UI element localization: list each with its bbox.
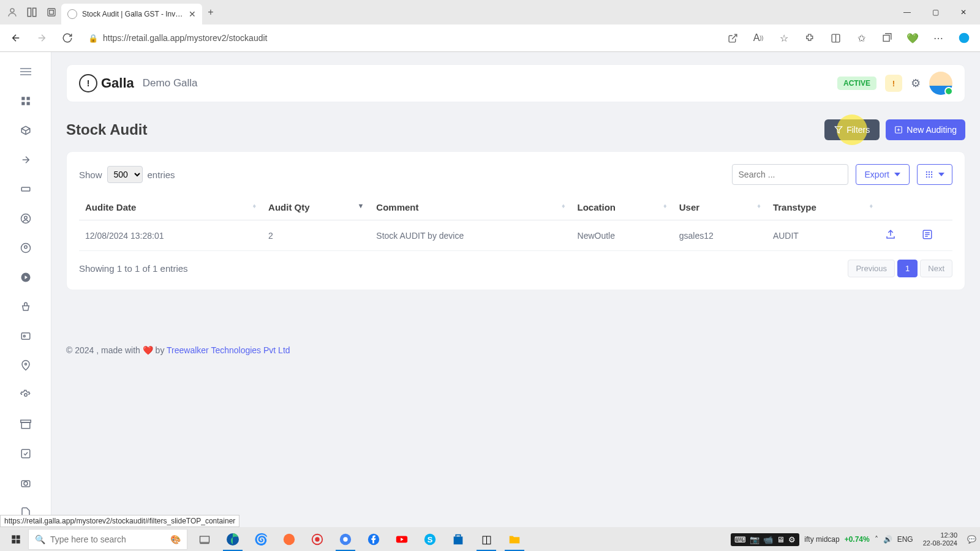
- collections-icon[interactable]: [876, 27, 898, 49]
- footer-link[interactable]: Treewalker Technologies Pvt Ltd: [167, 345, 290, 355]
- pagination-next[interactable]: Next: [920, 260, 952, 277]
- new-auditing-button[interactable]: New Auditing: [886, 119, 965, 140]
- filters-label: Filters: [846, 125, 870, 135]
- entries-select[interactable]: 500: [107, 166, 143, 183]
- settings-icon[interactable]: [18, 388, 33, 402]
- view-options-button[interactable]: [917, 164, 952, 185]
- window-maximize-button[interactable]: ▢: [921, 2, 949, 22]
- camera-tray-icon: 📷: [750, 535, 760, 544]
- split-screen-icon[interactable]: [824, 27, 846, 49]
- pagination-page-1[interactable]: 1: [897, 260, 918, 277]
- profile-icon[interactable]: [2, 2, 22, 22]
- logo[interactable]: ! Galla: [79, 74, 134, 92]
- open-external-icon[interactable]: [722, 27, 744, 49]
- copilot-icon[interactable]: [953, 27, 975, 49]
- favorites-bar-icon[interactable]: ✩: [850, 27, 872, 49]
- cell-transtype: AUDIT: [767, 220, 879, 251]
- url-field[interactable]: 🔒 https://retail.galla.app/mystorev2/sto…: [82, 28, 718, 48]
- svg-point-30: [929, 171, 930, 173]
- user-icon[interactable]: [18, 241, 33, 255]
- window-minimize-button[interactable]: —: [893, 2, 921, 22]
- browser-tab[interactable]: Stock Audit | Galla GST - Invento ✕: [61, 4, 202, 24]
- gear-icon[interactable]: ⚙: [911, 77, 921, 90]
- col-date[interactable]: Audite Date♦: [79, 195, 262, 220]
- edge-icon[interactable]: [221, 527, 245, 551]
- read-aloud-icon[interactable]: A)): [747, 27, 769, 49]
- ticker-label[interactable]: ifty midcap: [804, 535, 839, 544]
- svg-point-49: [284, 534, 295, 545]
- clock-date: 22-08-2024: [923, 539, 957, 547]
- contact-icon[interactable]: [18, 329, 33, 343]
- col-user[interactable]: User♦: [673, 195, 767, 220]
- export-row-button[interactable]: [879, 220, 916, 251]
- more-icon[interactable]: ⋯: [927, 27, 949, 49]
- logo-mark-icon: !: [79, 74, 97, 92]
- tray-chevron-icon[interactable]: ˄: [875, 535, 878, 544]
- play-circle-icon[interactable]: [18, 270, 33, 285]
- cell-location: NewOutle: [571, 220, 673, 251]
- svg-rect-7: [883, 35, 889, 41]
- volume-icon[interactable]: 🔊: [883, 535, 892, 544]
- col-transtype[interactable]: Transtype♦: [767, 195, 879, 220]
- browser-title-bar: Stock Audit | Galla GST - Invento ✕ + — …: [0, 0, 980, 24]
- nav-reload-button[interactable]: [56, 27, 78, 49]
- tab-actions-icon[interactable]: [42, 2, 61, 22]
- facebook-icon[interactable]: [361, 527, 386, 551]
- start-button[interactable]: [4, 527, 28, 551]
- copilot-app-icon[interactable]: 🌀: [249, 527, 273, 551]
- location-icon[interactable]: [18, 358, 33, 373]
- app-icon[interactable]: ◫: [474, 527, 499, 551]
- filters-button[interactable]: Filters: [824, 119, 880, 140]
- camera-icon[interactable]: [18, 476, 33, 490]
- ticket-icon[interactable]: [18, 182, 33, 197]
- store-icon[interactable]: [446, 527, 470, 551]
- extensions-icon[interactable]: [799, 27, 821, 49]
- checkbox-icon[interactable]: [18, 446, 33, 461]
- extension-heart-icon[interactable]: 💚: [902, 27, 924, 49]
- explorer-icon[interactable]: [502, 527, 527, 551]
- notifications-icon[interactable]: 💬: [967, 535, 976, 544]
- avatar[interactable]: [929, 72, 952, 95]
- ticker-value[interactable]: +0.74%: [845, 535, 870, 544]
- clock[interactable]: 12:30 22-08-2024: [918, 531, 962, 547]
- skype-icon[interactable]: S: [418, 527, 442, 551]
- record-icon[interactable]: [305, 527, 330, 551]
- col-comment[interactable]: Comment♦: [370, 195, 571, 220]
- sidebar: [0, 52, 51, 527]
- tab-close-icon[interactable]: ✕: [189, 9, 196, 19]
- dashboard-icon[interactable]: [18, 94, 33, 108]
- taskbar-search[interactable]: 🔍 Type here to search 🎨: [28, 529, 187, 550]
- pagination-prev[interactable]: Previous: [848, 260, 895, 277]
- package-icon[interactable]: [18, 123, 33, 138]
- new-tab-button[interactable]: +: [202, 4, 219, 21]
- export-button[interactable]: Export: [856, 164, 910, 185]
- search-input[interactable]: [732, 164, 848, 185]
- svg-rect-46: [200, 536, 209, 542]
- view-row-button[interactable]: [916, 220, 952, 251]
- browser-address-bar: 🔒 https://retail.galla.app/mystorev2/sto…: [0, 24, 980, 51]
- svg-rect-12: [26, 102, 29, 105]
- favorite-icon[interactable]: ☆: [773, 27, 795, 49]
- tray-controls[interactable]: ⌨ 📷 📹 🖥 ⚙: [731, 533, 799, 546]
- archive-icon[interactable]: [18, 417, 33, 432]
- col-qty[interactable]: Audit Qty▼: [262, 195, 370, 220]
- sidebar-toggle-icon[interactable]: [18, 64, 33, 79]
- nav-forward-button[interactable]: [31, 27, 53, 49]
- notification-badge[interactable]: !: [885, 75, 902, 92]
- chevron-down-icon: [938, 173, 944, 176]
- col-location[interactable]: Location♦: [571, 195, 673, 220]
- windows-taskbar: 🔍 Type here to search 🎨 🌀 S ◫ ⌨ 📷 📹 🖥 ⚙ …: [0, 527, 980, 551]
- nav-back-button[interactable]: [5, 27, 27, 49]
- language-indicator[interactable]: ENG: [897, 535, 913, 544]
- youtube-icon[interactable]: [390, 527, 414, 551]
- workspaces-icon[interactable]: [22, 2, 42, 22]
- chrome-icon[interactable]: [333, 527, 358, 551]
- table-row: 12/08/2024 13:28:01 2 Stock AUDIT by dev…: [79, 220, 952, 251]
- task-view-icon[interactable]: [192, 527, 217, 551]
- firefox-icon[interactable]: [277, 527, 301, 551]
- window-close-button[interactable]: ✕: [949, 2, 978, 22]
- arrow-right-icon[interactable]: [18, 152, 33, 167]
- basket-icon[interactable]: [18, 299, 33, 314]
- sort-icon: ♦: [252, 202, 256, 209]
- user-circle-icon[interactable]: [18, 211, 33, 226]
